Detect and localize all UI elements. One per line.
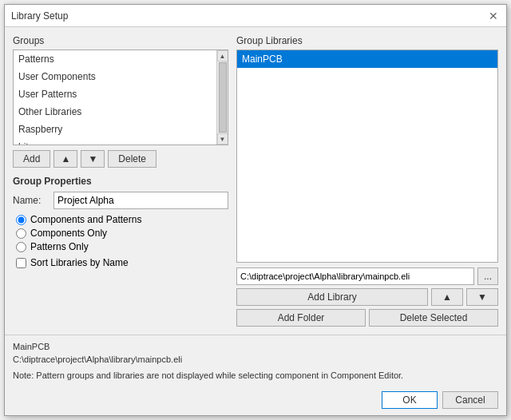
scroll-up-arrow[interactable]: ▲: [217, 50, 228, 61]
name-row: Name:: [13, 192, 228, 209]
left-panel: Groups PatternsUser ComponentsUser Patte…: [13, 35, 228, 327]
cancel-button[interactable]: Cancel: [442, 391, 498, 409]
library-path-input[interactable]: [236, 267, 474, 285]
groups-label: Groups: [13, 35, 228, 46]
close-button[interactable]: ✕: [487, 10, 500, 22]
ok-button[interactable]: OK: [382, 391, 438, 409]
groups-listbox[interactable]: PatternsUser ComponentsUser PatternsOthe…: [14, 50, 216, 145]
groups-list-item[interactable]: User Patterns: [14, 85, 216, 103]
name-field-label: Name:: [13, 195, 49, 206]
scroll-down-arrow[interactable]: ▼: [217, 133, 228, 145]
groups-scrollbar: ▲ ▼: [216, 50, 228, 145]
group-libraries-label: Group Libraries: [236, 35, 498, 46]
info-line1: MainPCB: [13, 340, 498, 353]
radio-item-comp-and-patterns[interactable]: Components and Patterns: [16, 214, 228, 225]
groups-button-row: Add ▲ ▼ Delete: [13, 150, 228, 168]
groups-list-item[interactable]: Other Libraries: [14, 103, 216, 121]
groups-list-item[interactable]: User Components: [14, 68, 216, 85]
delete-selected-button[interactable]: Delete Selected: [369, 309, 498, 327]
sort-checkbox-row[interactable]: Sort Libraries by Name: [13, 257, 228, 268]
radio-patterns-only[interactable]: [16, 242, 26, 252]
library-setup-dialog: Library Setup ✕ Groups PatternsUser Comp…: [4, 4, 507, 416]
radio-label-comp-and-patterns: Components and Patterns: [30, 214, 141, 225]
radio-label-patterns-only: Patterns Only: [30, 241, 89, 252]
group-properties-label: Group Properties: [13, 176, 228, 187]
delete-group-button[interactable]: Delete: [108, 150, 156, 168]
dialog-title: Library Setup: [11, 10, 68, 22]
groups-list-item[interactable]: Raspberry: [14, 121, 216, 138]
groups-list-item[interactable]: Patterns: [14, 50, 216, 68]
title-bar: Library Setup ✕: [5, 5, 506, 27]
note-text: Note: Pattern groups and libraries are n…: [13, 369, 498, 382]
radio-item-comp-only[interactable]: Components Only: [16, 228, 228, 239]
right-panel: Group Libraries MainPCB ... Add Library …: [236, 35, 498, 327]
type-radio-group: Components and PatternsComponents OnlyPa…: [13, 214, 228, 252]
scroll-thumb: [219, 62, 227, 133]
main-content: Groups PatternsUser ComponentsUser Patte…: [5, 27, 506, 335]
sort-checkbox[interactable]: [16, 258, 26, 268]
lib-button-row2: Add Folder Delete Selected: [236, 309, 498, 327]
groups-list-container: PatternsUser ComponentsUser PatternsOthe…: [13, 50, 228, 145]
libraries-listbox[interactable]: MainPCB: [236, 50, 498, 263]
name-input[interactable]: [53, 192, 228, 209]
add-group-button[interactable]: Add: [13, 150, 50, 168]
add-folder-button[interactable]: Add Folder: [236, 309, 366, 327]
groups-list-item[interactable]: bitx: [14, 138, 216, 145]
ok-cancel-row: OK Cancel: [5, 386, 506, 415]
radio-comp-only[interactable]: [16, 228, 26, 239]
info-line2: C:\diptrace\project\Alpha\library\mainpc…: [13, 353, 498, 366]
move-down-button[interactable]: ▼: [81, 150, 105, 168]
move-up-button[interactable]: ▲: [53, 150, 77, 168]
lib-button-row1: Add Library ▲ ▼: [236, 288, 498, 306]
radio-comp-and-patterns[interactable]: [16, 215, 26, 225]
add-library-button[interactable]: Add Library: [236, 288, 428, 306]
lib-up-button[interactable]: ▲: [431, 288, 463, 306]
path-row: ...: [236, 267, 498, 285]
browse-button[interactable]: ...: [477, 267, 498, 285]
radio-item-patterns-only[interactable]: Patterns Only: [16, 241, 228, 252]
group-properties-section: Group Properties Name: Components and Pa…: [13, 176, 228, 268]
sort-label: Sort Libraries by Name: [30, 257, 129, 268]
lib-down-button[interactable]: ▼: [466, 288, 498, 306]
radio-label-comp-only: Components Only: [30, 228, 107, 239]
bottom-section: MainPCB C:\diptrace\project\Alpha\librar…: [5, 335, 506, 386]
library-list-item[interactable]: MainPCB: [237, 50, 497, 68]
